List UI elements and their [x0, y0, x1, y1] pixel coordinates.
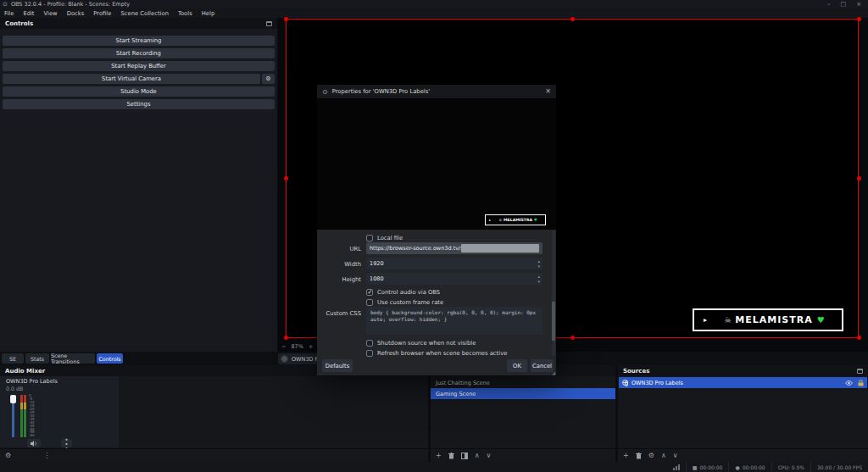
- own3d-logo-icon: [281, 355, 288, 363]
- shutdown-checkbox[interactable]: [366, 340, 373, 347]
- audio-mixer-title: Audio Mixer: [5, 368, 45, 375]
- scene-item-gaming[interactable]: Gaming Scene: [431, 388, 615, 399]
- tab-controls[interactable]: Controls: [97, 353, 123, 364]
- maximize-button[interactable]: □: [841, 0, 847, 8]
- dialog-close-button[interactable]: ×: [545, 87, 551, 96]
- transform-handle-mid-right[interactable]: [857, 176, 861, 180]
- tab-se[interactable]: SE: [2, 353, 24, 364]
- volume-slider[interactable]: [10, 395, 16, 437]
- speaker-icon: [31, 441, 37, 447]
- volume-meter-scale: 0-5 -10-15 -20-25 -30-35 -40-45 -50-55 -…: [29, 394, 41, 439]
- label-text: ☠ MELAMISTRA ♥: [707, 314, 842, 325]
- custom-css-textarea[interactable]: body { background-color: rgba(0, 0, 0, 0…: [366, 307, 542, 335]
- transform-handle-mid-left[interactable]: [284, 176, 288, 180]
- transform-handle-bottom-right[interactable]: [857, 336, 861, 340]
- refresh-checkbox[interactable]: [366, 350, 373, 357]
- dialog-title: Properties for 'OWN3D Pro Labels': [332, 88, 430, 95]
- studio-mode-button[interactable]: Studio Mode: [3, 86, 275, 97]
- volume-meter: [20, 395, 26, 437]
- resize-grip[interactable]: ◢: [552, 370, 555, 375]
- mute-button[interactable]: [27, 439, 41, 447]
- source-properties-button[interactable]: ⚙: [648, 452, 654, 460]
- remove-source-button[interactable]: [636, 453, 642, 459]
- transform-handle-bottom-center[interactable]: [570, 336, 575, 340]
- start-virtual-camera-button[interactable]: Start Virtual Camera: [3, 74, 260, 84]
- trash-icon: [448, 453, 454, 459]
- sources-dock: Sources OWN3D Pro Labels + ⚙ ∧ ∨: [618, 365, 868, 462]
- dock-pin-icon[interactable]: [266, 21, 272, 26]
- start-streaming-button[interactable]: Start Streaming: [3, 36, 275, 46]
- record-timer: ●00:00:00: [728, 462, 771, 472]
- spin-down-icon[interactable]: ▾: [537, 279, 540, 284]
- connection-status: [667, 462, 686, 472]
- control-audio-checkbox[interactable]: [366, 289, 373, 296]
- scene-filters-button[interactable]: [461, 453, 468, 459]
- shutdown-row: Shutdown source when not visible: [366, 339, 476, 347]
- move-source-up-button[interactable]: ∧: [661, 452, 666, 460]
- source-item-own3d-pro-labels[interactable]: OWN3D Pro Labels: [619, 377, 867, 388]
- height-input[interactable]: 1080 ▴▾: [366, 273, 542, 285]
- menu-tools[interactable]: Tools: [178, 10, 192, 17]
- width-input[interactable]: 1920 ▴▾: [366, 258, 542, 269]
- spin-down-icon[interactable]: ▾: [537, 264, 540, 269]
- gear-icon: ⚙: [265, 75, 270, 82]
- stream-label-overlay[interactable]: ▸ ☠ MELAMISTRA ♥: [693, 308, 843, 331]
- lock-icon[interactable]: [858, 380, 864, 386]
- transform-handle-bottom-left[interactable]: [284, 336, 288, 340]
- browser-source-icon: [622, 380, 628, 386]
- menu-docks[interactable]: Docks: [67, 10, 85, 17]
- settings-button[interactable]: Settings: [3, 99, 275, 109]
- visibility-eye-icon[interactable]: [845, 380, 853, 386]
- mixer-gear-button[interactable]: ⚙: [5, 452, 11, 460]
- url-redacted-segment: [461, 244, 539, 253]
- custom-frame-rate-checkbox[interactable]: [366, 299, 373, 306]
- start-recording-button[interactable]: Start Recording: [3, 48, 275, 58]
- move-source-down-button[interactable]: ∨: [673, 452, 678, 460]
- zoom-out-button[interactable]: −: [281, 343, 286, 350]
- dock-pin-icon[interactable]: [857, 369, 863, 374]
- signal-bars-icon: [673, 464, 680, 470]
- controls-dock-header: Controls: [0, 18, 277, 29]
- menu-help[interactable]: Help: [202, 10, 215, 17]
- menu-file[interactable]: File: [4, 10, 14, 17]
- mixer-options-button[interactable]: ⋮: [61, 439, 72, 447]
- ok-button[interactable]: OK: [507, 359, 527, 372]
- move-scene-up-button[interactable]: ∧: [475, 452, 480, 460]
- menu-scene-collection[interactable]: Scene Collection: [120, 10, 169, 17]
- start-replay-buffer-button[interactable]: Start Replay Buffer: [3, 61, 275, 71]
- width-label: Width: [317, 261, 361, 268]
- mixer-db-value: 0.0 dB: [6, 386, 23, 391]
- url-input[interactable]: https://browser-source.own3d.tv/scenes/: [366, 242, 542, 254]
- minimize-button[interactable]: –: [827, 0, 831, 8]
- local-file-checkbox[interactable]: [366, 235, 373, 242]
- zoom-in-button[interactable]: +: [309, 343, 313, 350]
- scene-item-just-chatting[interactable]: Just Chatting Scene: [431, 377, 615, 388]
- titlebar: ⊙ OBS 32.0.4 - Profile: Blank - Scenes: …: [0, 0, 868, 8]
- transform-handle-top-right[interactable]: [857, 17, 861, 21]
- audio-mixer-toolbar: ⚙ ⋮: [0, 448, 428, 462]
- add-scene-button[interactable]: +: [436, 452, 442, 460]
- move-scene-down-button[interactable]: ∨: [487, 452, 492, 460]
- obs-logo-icon: ⊙: [322, 88, 328, 96]
- dialog-titlebar[interactable]: ⊙ Properties for 'OWN3D Pro Labels' ×: [317, 85, 556, 98]
- transform-handle-top-center[interactable]: [570, 17, 575, 21]
- mixer-kebab-button[interactable]: ⋮: [43, 452, 50, 460]
- tab-scene-transitions[interactable]: Scene Transitions: [51, 353, 95, 364]
- virtual-camera-settings-button[interactable]: ⚙: [262, 74, 275, 84]
- menu-view[interactable]: View: [44, 10, 58, 17]
- defaults-button[interactable]: Defaults: [322, 359, 353, 372]
- close-button[interactable]: ×: [856, 0, 861, 8]
- sources-header: Sources: [618, 365, 868, 376]
- dialog-scrollbar[interactable]: [552, 230, 555, 356]
- add-source-button[interactable]: +: [623, 452, 629, 460]
- menu-edit[interactable]: Edit: [23, 10, 34, 17]
- volume-slider-thumb[interactable]: [10, 395, 16, 403]
- remove-scene-button[interactable]: [448, 453, 454, 459]
- audio-mixer-dock: Audio Mixer OWN3D Pro Labels 0.0 dB 0-5 …: [0, 365, 428, 462]
- transform-handle-top-left[interactable]: [284, 17, 288, 21]
- menu-profile[interactable]: Profile: [93, 10, 111, 17]
- tab-stats[interactable]: Stats: [25, 353, 49, 364]
- mixer-source-name: OWN3D Pro Labels: [6, 378, 58, 385]
- cancel-button[interactable]: Cancel: [531, 359, 554, 372]
- stream-timer: ■00:00:00: [686, 462, 729, 472]
